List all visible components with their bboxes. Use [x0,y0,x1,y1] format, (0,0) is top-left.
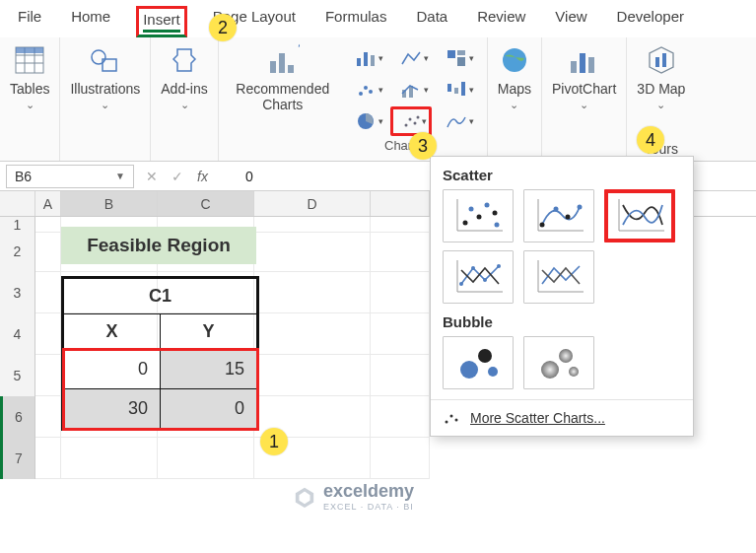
scatter-straight-lines-option[interactable] [523,250,594,304]
col-b[interactable]: B [61,191,158,216]
row-3[interactable]: 3 [0,272,35,313]
group-maps: Maps ⌄ [488,37,542,161]
col-d[interactable]: D [254,191,371,216]
svg-point-40 [463,221,468,226]
scatter-markers-option[interactable] [443,189,514,242]
map3d-icon [645,43,678,77]
combo-chart-button[interactable]: ▾ [390,75,432,104]
svg-point-56 [459,282,463,286]
svg-point-65 [541,361,559,379]
tab-data[interactable]: Data [412,6,451,37]
svg-point-67 [569,367,579,377]
svg-point-49 [554,207,559,212]
map3d-label: 3D Map [637,81,685,97]
tab-home[interactable]: Home [67,6,114,37]
cancel-icon[interactable]: ✕ [146,169,158,184]
illustrations-button[interactable]: Illustrations ⌄ [70,43,140,111]
recommended-chart-icon: ? [266,43,300,77]
table-header[interactable]: C1 [64,279,257,314]
name-box[interactable]: B6 ▼ [6,165,134,188]
addins-button[interactable]: Add-ins ⌄ [161,43,207,111]
data-table: C1 X Y 0 15 30 0 [61,276,259,431]
svg-rect-15 [447,50,455,58]
ribbon-tabs: File Home Insert Page Layout Formulas Da… [0,0,756,37]
svg-rect-25 [461,82,465,96]
group-pivotchart: PivotChart ⌄ [542,37,627,161]
col-c[interactable]: C [158,191,254,216]
tab-view[interactable]: View [551,6,590,37]
sheet-title-cell[interactable]: Feasible Region [61,227,256,264]
svg-rect-16 [457,50,465,55]
tab-insert[interactable]: Insert [136,6,187,37]
tables-button[interactable]: Tables ⌄ [10,43,49,111]
svg-rect-32 [571,61,577,73]
recommended-charts-button[interactable]: ? Recommended Charts [229,43,337,112]
row-4[interactable]: 4 [0,313,35,355]
watermark-tag: EXCEL · DATA · BI [323,502,414,512]
surface-chart-button[interactable]: ▾ [436,106,477,136]
watermark-icon [294,486,315,508]
maps-button[interactable]: Maps ⌄ [498,43,531,111]
col-a[interactable]: A [35,191,61,216]
svg-rect-34 [588,57,594,73]
cell-c7[interactable]: 0 [161,389,257,429]
addins-label: Add-ins [161,81,207,97]
svg-point-62 [460,361,478,379]
scatter-small-icon [443,410,460,426]
svg-rect-17 [457,57,465,66]
group-tables: Tables ⌄ [0,37,60,161]
fx-label[interactable]: fx [197,169,208,184]
chevron-down-icon: ⌄ [101,99,109,111]
formula-value[interactable]: 0 [245,169,253,184]
map3d-button[interactable]: 3D Map ⌄ [637,43,685,111]
col-y-header[interactable]: Y [161,314,257,350]
statistic-chart-button[interactable]: ▾ [345,75,386,104]
scatter-smooth-lines-option[interactable] [604,189,675,242]
svg-point-64 [488,367,498,377]
cell-b7[interactable]: 30 [64,389,161,429]
selected-range[interactable]: 0 15 30 0 [64,350,257,429]
bubble-3d-option[interactable] [523,336,594,389]
svg-point-59 [497,264,501,268]
svg-point-66 [559,349,573,363]
waterfall-chart-button[interactable]: ▾ [436,75,477,104]
hierarchy-chart-button[interactable]: ▾ [436,43,477,73]
chevron-down-icon: ⌄ [180,99,189,111]
tab-formulas[interactable]: Formulas [321,6,391,37]
row-5[interactable]: 5 [0,355,35,396]
step-1-callout: 1 [260,428,288,455]
row-7[interactable]: 7 [0,438,35,479]
tab-review[interactable]: Review [473,6,529,37]
line-chart-button[interactable]: ▾ [390,43,432,73]
scatter-smooth-markers-option[interactable] [523,189,594,242]
chevron-down-icon: ⌄ [656,99,665,111]
tab-developer[interactable]: Developer [613,6,688,37]
svg-point-70 [455,419,458,422]
row-6[interactable]: 6 [0,396,35,438]
column-chart-button[interactable]: ▾ [345,43,386,73]
tab-file[interactable]: File [14,6,45,37]
globe-icon [498,43,531,77]
title-text: Feasible Region [61,227,256,264]
confirm-icon[interactable]: ✓ [172,169,183,184]
cell-b6[interactable]: 0 [64,350,161,389]
svg-rect-10 [288,65,294,73]
cell-c6[interactable]: 15 [161,350,257,389]
select-all-corner[interactable] [0,191,35,216]
col-x-header[interactable]: X [64,314,161,350]
more-scatter-charts[interactable]: More Scatter Charts... [431,399,693,428]
svg-point-30 [416,116,419,119]
svg-point-44 [493,211,498,216]
step-2-callout: 2 [209,14,237,41]
table-icon [13,43,46,77]
svg-rect-14 [371,55,375,66]
svg-rect-8 [270,61,276,73]
bubble-2d-option[interactable] [443,336,514,389]
maps-label: Maps [498,81,531,97]
pivotchart-button[interactable]: PivotChart ⌄ [552,43,616,111]
pie-chart-button[interactable]: ▾ [345,106,386,136]
svg-rect-33 [580,53,585,73]
scatter-straight-markers-option[interactable] [443,250,514,304]
addins-icon [168,43,201,77]
row-2[interactable]: 2 [0,231,35,272]
